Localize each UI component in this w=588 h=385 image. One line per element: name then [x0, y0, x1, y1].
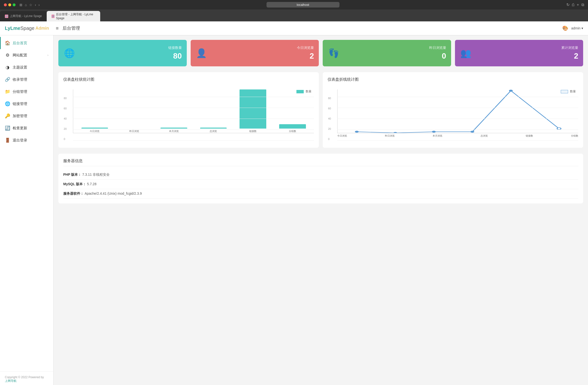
x-label-total: 总浏览 — [481, 134, 488, 138]
palette-icon[interactable]: 🎨 — [562, 25, 568, 31]
y-label: 40 — [328, 117, 331, 120]
sidebar-item-link-list[interactable]: 🌐 链接管理 — [0, 98, 53, 110]
minimize-button[interactable] — [8, 3, 11, 6]
sidebar-item-logout[interactable]: 🚪 退出登录 — [0, 134, 53, 146]
line-path — [357, 91, 559, 133]
sidebar-label-site-config: 网站配置 — [13, 53, 27, 58]
stat-card-links: 🌐 链接数量 80 — [58, 40, 187, 66]
nav-forward[interactable]: › — [39, 3, 40, 7]
menu-toggle-icon[interactable]: ≡ — [56, 25, 59, 31]
bar-item-groups: 分组数 — [273, 89, 312, 133]
links-info: 链接数量 80 — [79, 46, 182, 61]
sidebar-item-theme[interactable]: ◑ 主题设置 — [0, 61, 53, 73]
total-value: 2 — [476, 52, 579, 61]
tab-2-favicon: 🔗 — [52, 15, 54, 18]
server-info-title: 服务器信息 — [63, 159, 578, 166]
bar-label-total: 总浏览 — [210, 130, 217, 133]
sidebar-label-link-list: 链接管理 — [13, 101, 27, 106]
logo-lylme: LyLme — [5, 25, 21, 31]
sidebar-label-group-mgmt: 分组管理 — [13, 89, 27, 94]
sidebar-label-encrypt: 加密管理 — [13, 114, 27, 118]
bar-groups — [279, 124, 306, 129]
browser-actions: ↻ ⎙ + ⧉ — [566, 2, 584, 7]
nav-back[interactable]: ‹ — [35, 3, 36, 7]
tab-2[interactable]: 🔗 后台管理 - 上网导航 - LyLme Spage — [47, 11, 100, 21]
admin-button[interactable]: admin ▾ — [571, 26, 583, 30]
y-label: 0 — [64, 138, 67, 141]
line-chart: 数量 — [328, 89, 578, 143]
close-button[interactable] — [4, 3, 7, 6]
server-info-software: 服务器软件： Apache/2.4.41 (Unix) mod_fcgid/2.… — [63, 189, 578, 199]
reload-icon[interactable]: ↻ — [566, 2, 569, 7]
home-icon: 🏠 — [5, 40, 10, 46]
theme-icon: ◑ — [5, 65, 10, 70]
sidebar-label-link-mgmt: 收录管理 — [13, 77, 27, 82]
bars-container: 今日浏览 昨日浏览 本月浏览 — [73, 89, 314, 133]
page-title: 后台管理 — [63, 25, 80, 31]
address-bar[interactable]: localhost — [267, 2, 339, 8]
server-info-mysql: MySQL 版本： 5.7.28 — [63, 180, 578, 189]
line-chart-card: 仪表盘折线统计图 数量 — [323, 72, 583, 148]
bar-label-links: 链接数 — [249, 130, 256, 133]
bar-label-groups: 分组数 — [289, 130, 296, 133]
point-month — [432, 131, 436, 133]
yesterday-info: 昨日浏览量 0 — [344, 46, 446, 61]
bar-chart-title: 仪表盘柱状统计图 — [63, 77, 314, 82]
today-value: 2 — [211, 52, 314, 61]
grid-line — [73, 141, 314, 141]
new-tab-icon[interactable]: + — [577, 3, 579, 7]
windows-icon[interactable]: ⧉ — [581, 3, 584, 7]
point-today — [355, 131, 359, 133]
logout-icon: 🚪 — [5, 138, 10, 143]
forward-button[interactable]: ☆ — [29, 3, 32, 7]
sidebar-toggle-button[interactable]: ⊞ — [20, 3, 22, 7]
point-total — [470, 131, 474, 133]
app-header: LyLme Spage Admin ≡ 后台管理 🎨 admin ▾ — [0, 21, 588, 35]
sidebar-item-group-mgmt[interactable]: 📁 分组管理 — [0, 85, 53, 98]
share-icon[interactable]: ⎙ — [572, 3, 574, 7]
y-label: 80 — [64, 97, 67, 100]
back-button[interactable]: ⌂ — [25, 3, 27, 7]
server-info-card: 服务器信息 PHP 版本： 7.3.11 非线程安全 MySQL 版本： 5.7… — [58, 154, 583, 203]
y-label: 20 — [64, 127, 67, 130]
line-chart-title: 仪表盘折线统计图 — [328, 77, 578, 82]
bar-total — [200, 128, 227, 129]
x-label-links: 链接数 — [526, 134, 533, 138]
today-label: 今日浏览量 — [211, 46, 314, 50]
links-label: 链接数量 — [79, 46, 182, 50]
powered-by-link[interactable]: 上网导航 — [5, 379, 17, 383]
bar-chart: 数量 80 — [63, 89, 314, 143]
logo: LyLme Spage Admin — [5, 25, 49, 31]
sidebar-item-encrypt[interactable]: 🔑 加密管理 — [0, 110, 53, 122]
gear-icon: ⚙ — [5, 53, 10, 58]
maximize-button[interactable] — [13, 3, 16, 6]
browser-chrome: ⊞ ⌂ ☆ ‹ › localhost ↻ ⎙ + ⧉ 🔗 上网导航 - LyL… — [0, 0, 588, 21]
sidebar-item-update[interactable]: 🔄 检查更新 — [0, 122, 53, 134]
globe-icon: 🌐 — [5, 101, 10, 106]
yesterday-value: 0 — [344, 52, 446, 61]
folder-icon: 📁 — [5, 89, 10, 94]
sidebar: 🏠 后台首页 ⚙ 网站配置 › ◑ 主题设置 🔗 收录管理 📁 — [0, 35, 54, 385]
links-icon: 🌐 — [63, 48, 75, 58]
sidebar-item-home[interactable]: 🏠 后台首页 — [0, 37, 53, 49]
traffic-lights — [4, 3, 16, 6]
tab-1-label: 上网导航 - LyLme Spage — [10, 14, 42, 18]
bar-month — [161, 128, 187, 129]
stat-card-yesterday-views: 👣 昨日浏览量 0 — [323, 40, 451, 66]
x-label-month: 本月浏览 — [433, 134, 442, 138]
sidebar-item-link-mgmt[interactable]: 🔗 收录管理 — [0, 73, 53, 85]
sidebar-item-site-config[interactable]: ⚙ 网站配置 › — [0, 49, 53, 61]
y-label: 0 — [328, 138, 331, 141]
x-label-yesterday: 昨日浏览 — [385, 134, 395, 138]
header-right: 🎨 admin ▾ — [562, 25, 583, 31]
sidebar-label-update: 检查更新 — [13, 126, 27, 131]
total-label: 累计浏览量 — [476, 46, 579, 50]
stat-cards: 🌐 链接数量 80 👤 今日浏览量 2 👣 昨日浏览 — [58, 40, 583, 66]
bar-label-month: 本月浏览 — [169, 130, 179, 133]
bar-links — [240, 89, 266, 129]
tab-1[interactable]: 🔗 上网导航 - LyLme Spage — [0, 11, 47, 21]
address-bar-wrap: localhost — [42, 2, 565, 8]
y-label: 60 — [328, 107, 331, 110]
line-chart-svg — [337, 89, 578, 133]
bar-today — [82, 128, 108, 129]
